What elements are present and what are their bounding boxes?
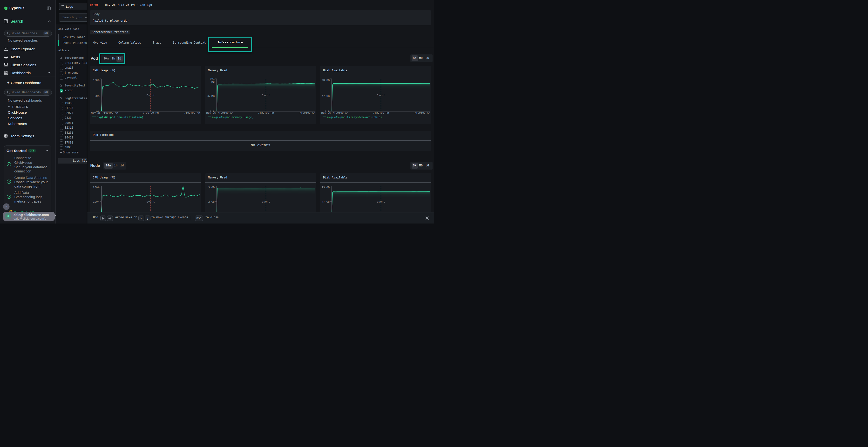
svg-text:47 GB: 47 GB — [322, 94, 330, 97]
svg-text:7:30:00 PM: 7:30:00 PM — [258, 111, 274, 114]
svg-text:May 26 7:00:00 AM: May 26 7:00:00 AM — [321, 111, 348, 114]
svg-text:60%: 60% — [94, 94, 99, 97]
svg-text:47 GB: 47 GB — [322, 200, 330, 203]
svg-text:93 GB: 93 GB — [322, 186, 330, 189]
svg-text:93 GB: 93 GB — [322, 78, 330, 81]
svg-text:May 26 7:00:00 AM: May 26 7:00:00 AM — [91, 111, 118, 114]
svg-text:avg(k8s.pod.memory.usage): avg(k8s.pod.memory.usage) — [212, 115, 254, 118]
svg-text:3 GB: 3 GB — [208, 186, 215, 189]
svg-text:avg(k8s.pod.filesystem.availab: avg(k8s.pod.filesystem.available) — [327, 115, 382, 118]
svg-text:100%: 100% — [93, 200, 100, 203]
svg-text:95 MB: 95 MB — [207, 94, 214, 97]
svg-text:7:00:00 AM: 7:00:00 AM — [184, 111, 200, 114]
svg-text:7:00:00 AM: 7:00:00 AM — [414, 111, 430, 114]
svg-text:7:00:00 AM: 7:00:00 AM — [299, 111, 315, 114]
svg-text:MB: MB — [211, 80, 215, 83]
svg-text:avg(k8s.pod.cpu.utilization): avg(k8s.pod.cpu.utilization) — [97, 115, 144, 118]
svg-text:120%: 120% — [93, 78, 100, 81]
svg-text:7:30:00 PM: 7:30:00 PM — [143, 111, 159, 114]
svg-text:May 26 7:00:00 AM: May 26 7:00:00 AM — [206, 111, 233, 114]
svg-text:7:30:00 PM: 7:30:00 PM — [373, 111, 389, 114]
svg-text:191: 191 — [210, 77, 215, 80]
svg-text:200%: 200% — [93, 186, 100, 189]
svg-text:Event: Event — [147, 200, 155, 203]
svg-text:2 GB: 2 GB — [208, 200, 215, 203]
svg-text:Event: Event — [147, 94, 155, 97]
